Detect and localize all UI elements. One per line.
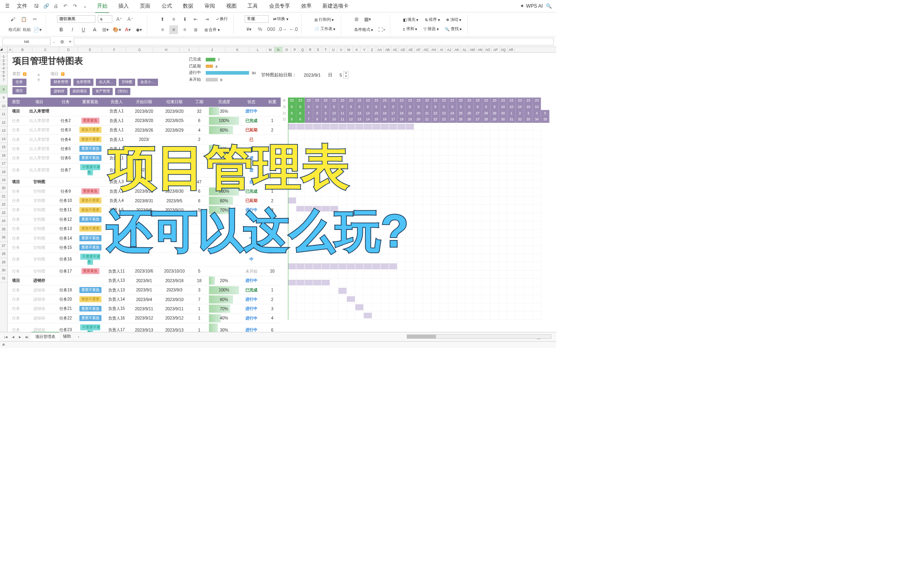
filter-tag[interactable]: 项目 — [12, 87, 26, 94]
col-header[interactable]: M — [267, 47, 274, 52]
find-button[interactable]: 🔍 查找▾ — [443, 25, 464, 33]
comma-icon[interactable]: 000 — [267, 25, 276, 34]
increase-font-icon[interactable]: A⁺ — [115, 15, 124, 24]
tab-开始[interactable]: 开始 — [95, 0, 109, 13]
decrease-font-icon[interactable]: A⁻ — [126, 15, 135, 24]
col-header[interactable]: AA — [376, 47, 384, 52]
horizontal-scrollbar[interactable] — [407, 334, 551, 339]
filter-tag[interactable]: 新的项目 — [70, 88, 90, 95]
table-row[interactable]: 任务甘特图任务11紧急不重要负责人52023/9/62023/9/10570%进… — [8, 206, 280, 215]
col-header[interactable]: R — [306, 47, 314, 52]
undo-icon[interactable]: ↶ — [61, 2, 70, 10]
fill-button[interactable]: ◧ 填充▾ — [401, 16, 420, 24]
sheet-tab[interactable]: 项目管理表 — [31, 332, 59, 342]
redo-icon[interactable]: ↷ — [71, 2, 80, 10]
row-header[interactable]: 2 — [0, 57, 7, 61]
align-bottom-icon[interactable]: ⬇ — [180, 15, 189, 24]
col-header[interactable]: Z — [368, 47, 376, 52]
first-sheet-icon[interactable]: |◀ — [2, 334, 9, 340]
col-header[interactable]: J — [199, 47, 225, 52]
highlight-icon[interactable]: ◆▾ — [135, 25, 144, 34]
filter-tag[interactable]: 资产管理 — [92, 88, 112, 95]
table-row[interactable]: 任务出入库管理任务4紧急不重要负责人12023/2已 — [8, 135, 280, 144]
filter-icon[interactable]: 🔽 — [23, 72, 26, 76]
strike-icon[interactable]: A̶ — [90, 25, 99, 34]
table-row[interactable]: 项目甘特图负责人32023/47进 — [8, 177, 280, 186]
col-header[interactable]: U — [330, 47, 337, 52]
row-header[interactable]: 19 — [0, 176, 7, 184]
decimal-dec-icon[interactable]: ←.0 — [289, 25, 298, 34]
col-header[interactable]: O — [283, 47, 291, 52]
col-header[interactable]: AQ — [500, 47, 507, 52]
align-middle-icon[interactable]: ≡ — [169, 15, 178, 24]
row-header[interactable]: 4 — [0, 64, 7, 68]
row-header[interactable]: 10 — [0, 102, 7, 110]
filter-tag[interactable]: (空白) — [115, 88, 130, 95]
table-row[interactable]: 任务甘特图任务9重要紧急负责人32023/8/252023/8/306100%已… — [8, 187, 280, 196]
next-sheet-icon[interactable]: ▶ — [17, 334, 23, 340]
col-header[interactable]: AN — [476, 47, 484, 52]
col-header[interactable]: F — [102, 47, 126, 52]
col-header[interactable]: C — [32, 47, 59, 52]
row-header[interactable]: 7 — [0, 76, 7, 85]
filter-tag[interactable]: 进销存 — [51, 88, 67, 95]
table-row[interactable]: 任务甘特图任务12重要不紧急中 — [8, 215, 280, 224]
crop-icon[interactable]: ⛶▾ — [377, 25, 386, 34]
filter-tag[interactable]: 任务 — [12, 79, 26, 86]
row-header[interactable]: 24 — [0, 217, 7, 225]
table-row[interactable]: 项目出入库管理负责人12023/8/202023/9/203235%进行中 — [8, 107, 280, 116]
col-header[interactable]: AC — [391, 47, 399, 52]
col-header[interactable]: Y — [361, 47, 368, 52]
col-header[interactable]: AD — [399, 47, 407, 52]
row-header[interactable]: 12 — [0, 118, 7, 126]
tab-插入[interactable]: 插入 — [116, 0, 131, 13]
sheet-tab[interactable]: 辅助 — [59, 332, 75, 342]
align-center-icon[interactable]: ≡ — [169, 25, 178, 34]
select-all-corner[interactable]: ◢ — [0, 47, 7, 53]
col-header[interactable]: W — [345, 47, 353, 52]
filter-button[interactable]: ▽ 筛选▾ — [421, 25, 440, 33]
col-header[interactable]: H — [153, 47, 180, 52]
tab-会员专享[interactable]: 会员专享 — [267, 0, 292, 13]
row-header[interactable]: 26 — [0, 233, 7, 241]
row-header[interactable]: 16 — [0, 151, 7, 159]
col-header[interactable]: AB — [384, 47, 391, 52]
row-header[interactable]: 3 — [0, 60, 7, 64]
copy-icon[interactable]: 📄▾ — [33, 25, 42, 34]
sort-button[interactable]: ⇅ 排序▾ — [423, 16, 442, 24]
col-header[interactable]: L — [249, 47, 266, 52]
filter-tag[interactable]: 仓库管理 — [73, 79, 93, 86]
table-row[interactable]: 任务出入库管理任务3紧急不重要负责人12023/8/262023/8/29480… — [8, 125, 280, 134]
col-header[interactable]: AP — [492, 47, 499, 52]
row-header[interactable]: 28 — [0, 250, 7, 258]
col-header[interactable]: AH — [430, 47, 438, 52]
row-header[interactable]: 9 — [0, 94, 7, 102]
col-header[interactable]: A — [8, 47, 13, 52]
row-header[interactable]: 27 — [0, 242, 7, 250]
row-header[interactable]: 13 — [0, 126, 7, 134]
table-row[interactable]: 任务进销存任务22重要不紧急负责人162023/9/122023/9/12140… — [8, 313, 280, 323]
col-header[interactable]: I — [180, 47, 199, 52]
tab-视图[interactable]: 视图 — [224, 0, 239, 13]
underline-icon[interactable]: U — [79, 25, 88, 34]
row-header[interactable]: 31 — [0, 274, 7, 282]
col-header[interactable]: Q — [299, 47, 306, 52]
col-header[interactable]: AR — [507, 47, 515, 52]
freeze-button[interactable]: ❄ 冻结▾ — [444, 16, 463, 24]
row-header[interactable]: 14 — [0, 135, 7, 143]
col-header[interactable]: B — [13, 47, 32, 52]
table-row[interactable]: 任务进销存任务19重要不紧急负责人132023/9/12023/9/33100%… — [8, 285, 280, 295]
font-color-icon[interactable]: A▾ — [124, 25, 132, 34]
paste-icon[interactable]: 📋 — [20, 15, 28, 24]
col-header[interactable]: D — [59, 47, 78, 52]
cond-format-button[interactable]: 条件格式▾ — [352, 26, 375, 33]
tab-数据[interactable]: 数据 — [181, 0, 196, 13]
scroll-up-icon[interactable]: ▲▼ — [36, 71, 41, 83]
filter-tag[interactable]: 财务管理 — [51, 79, 71, 86]
fx-icon[interactable]: fx — [69, 40, 71, 43]
col-header[interactable]: AM — [469, 47, 476, 52]
spin-down-icon[interactable]: ▼ — [344, 75, 348, 78]
tab-新建选项卡[interactable]: 新建选项卡 — [321, 0, 351, 13]
search-icon[interactable]: 🔍 — [545, 2, 553, 10]
font-name-select[interactable] — [57, 15, 95, 23]
